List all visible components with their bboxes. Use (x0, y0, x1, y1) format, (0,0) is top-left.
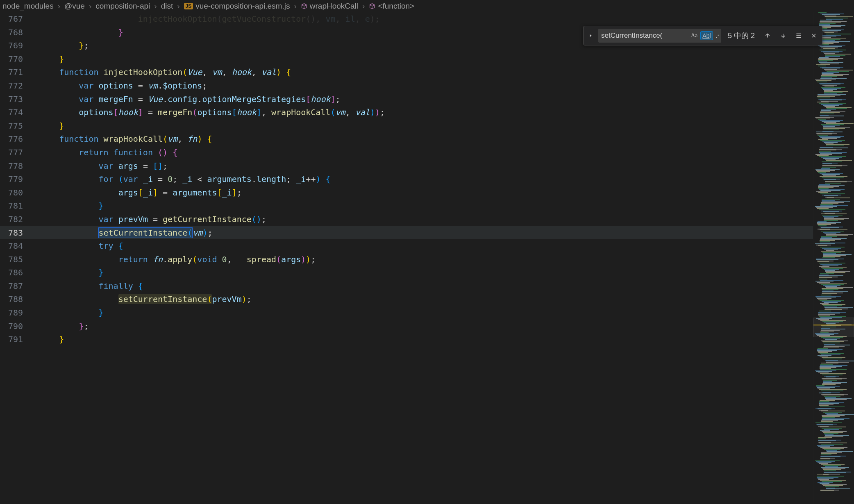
line-number: 772 (0, 79, 32, 93)
breadcrumb-label: dist (161, 2, 173, 11)
line-content: return fn.apply(void 0, __spread(args)); (32, 253, 813, 266)
match-case-toggle[interactable]: Aa (689, 31, 700, 40)
whole-word-toggle[interactable]: Abl (700, 31, 713, 40)
line-content: } (32, 306, 813, 320)
find-close-button[interactable] (808, 31, 820, 41)
find-expand-toggle[interactable] (586, 31, 595, 40)
breadcrumb-label: <function> (378, 2, 414, 11)
line-number: 782 (0, 213, 32, 226)
line-content: function wrapHookCall(vm, fn) { (32, 132, 813, 146)
line-number: 785 (0, 253, 32, 266)
line-number: 777 (0, 146, 32, 159)
line-content: } (32, 333, 813, 346)
breadcrumb-item[interactable]: dist (161, 2, 173, 11)
code-line[interactable]: 783 setCurrentInstance(vm); (0, 226, 813, 240)
breadcrumb-label: vue-composition-api.esm.js (195, 2, 290, 11)
line-number: 784 (0, 239, 32, 253)
line-content: var args = []; (32, 159, 813, 173)
line-number: 770 (0, 52, 32, 66)
breadcrumb-separator: › (89, 2, 91, 11)
line-number: 773 (0, 93, 32, 106)
code-line[interactable]: 784 try { (0, 239, 813, 253)
breadcrumb-label: composition-api (95, 2, 150, 11)
js-file-icon: JS (184, 3, 193, 9)
code-line[interactable]: 776 function wrapHookCall(vm, fn) { (0, 132, 813, 146)
find-next-button[interactable] (777, 30, 789, 41)
line-content: try { (32, 239, 813, 253)
code-line[interactable]: 788 setCurrentInstance(prevVm); (0, 293, 813, 306)
code-line[interactable]: 777 return function () { (0, 146, 813, 159)
breadcrumb-item[interactable]: <function> (369, 2, 414, 11)
code-line[interactable]: 789 } (0, 306, 813, 320)
breadcrumb-item[interactable]: wrapHookCall (301, 2, 358, 11)
line-number: 768 (0, 26, 32, 39)
code-line[interactable]: 773 var mergeFn = Vue.config.optionMerge… (0, 93, 813, 106)
breadcrumb-label: @vue (64, 2, 85, 11)
line-content: }; (32, 320, 813, 333)
code-line[interactable]: 785 return fn.apply(void 0, __spread(arg… (0, 253, 813, 266)
line-number: 781 (0, 199, 32, 213)
code-line[interactable]: 767 injectHookOption(getVueConstructor()… (0, 12, 813, 26)
line-number: 789 (0, 306, 32, 320)
code-line[interactable]: 775 } (0, 119, 813, 133)
find-input[interactable] (601, 32, 688, 40)
line-number: 775 (0, 119, 32, 133)
line-content: return function () { (32, 146, 813, 159)
code-line[interactable]: 779 for (var _i = 0; _i < arguments.leng… (0, 173, 813, 186)
find-count: 5 中的 2 (728, 31, 755, 41)
breadcrumb-label: node_modules (2, 2, 54, 11)
breadcrumb-item[interactable]: @vue (64, 2, 85, 11)
line-number: 779 (0, 173, 32, 186)
code-line[interactable]: 787 finally { (0, 279, 813, 293)
find-in-selection-button[interactable] (793, 30, 805, 41)
line-content: } (32, 119, 813, 133)
line-number: 780 (0, 186, 32, 200)
symbol-function-icon (301, 3, 307, 9)
line-number: 786 (0, 266, 32, 279)
code-line[interactable]: 790 }; (0, 320, 813, 333)
line-number: 769 (0, 39, 32, 52)
line-number: 776 (0, 132, 32, 146)
line-content: setCurrentInstance(prevVm); (32, 293, 813, 306)
symbol-function-icon (369, 3, 375, 9)
breadcrumb-item[interactable]: composition-api (95, 2, 150, 11)
line-number: 787 (0, 279, 32, 293)
line-content: function injectHookOption(Vue, vm, hook,… (32, 66, 813, 79)
line-number: 771 (0, 66, 32, 79)
code-editor[interactable]: 767 injectHookOption(getVueConstructor()… (0, 12, 813, 504)
line-content: for (var _i = 0; _i < arguments.length; … (32, 173, 813, 186)
code-line[interactable]: 780 args[_i] = arguments[_i]; (0, 186, 813, 200)
code-line[interactable]: 771 function injectHookOption(Vue, vm, h… (0, 66, 813, 79)
line-number: 788 (0, 293, 32, 306)
code-line[interactable]: 770 } (0, 52, 813, 66)
breadcrumb-separator: › (58, 2, 60, 11)
breadcrumb-label: wrapHookCall (310, 2, 358, 11)
line-number: 791 (0, 333, 32, 346)
find-prev-button[interactable] (761, 30, 774, 41)
line-number: 767 (0, 12, 32, 26)
breadcrumb-item[interactable]: node_modules (2, 2, 54, 11)
line-number: 783 (0, 226, 32, 240)
code-line[interactable]: 791 } (0, 333, 813, 346)
code-line[interactable]: 778 var args = []; (0, 159, 813, 173)
line-content: } (32, 266, 813, 279)
line-content: finally { (32, 279, 813, 293)
line-content: options[hook] = mergeFn(options[hook], w… (32, 106, 813, 119)
line-content: var prevVm = getCurrentInstance(); (32, 213, 813, 226)
code-line[interactable]: 781 } (0, 199, 813, 213)
line-content: var mergeFn = Vue.config.optionMergeStra… (32, 93, 813, 106)
code-line[interactable]: 782 var prevVm = getCurrentInstance(); (0, 213, 813, 226)
minimap[interactable] (813, 12, 854, 504)
code-line[interactable]: 772 var options = vm.$options; (0, 79, 813, 93)
breadcrumb-item[interactable]: JSvue-composition-api.esm.js (184, 2, 290, 11)
line-content: injectHookOption(getVueConstructor(), vm… (32, 12, 813, 26)
breadcrumb-separator: › (362, 2, 365, 11)
line-content: setCurrentInstance(vm); (32, 226, 813, 240)
regex-toggle[interactable]: .* (714, 31, 721, 40)
code-line[interactable]: 786 } (0, 266, 813, 279)
find-input-container: Aa Abl .* (598, 29, 721, 43)
code-line[interactable]: 774 options[hook] = mergeFn(options[hook… (0, 106, 813, 119)
find-widget: Aa Abl .* 5 中的 2 (583, 26, 822, 45)
breadcrumb-separator: › (177, 2, 179, 11)
line-number: 778 (0, 159, 32, 173)
